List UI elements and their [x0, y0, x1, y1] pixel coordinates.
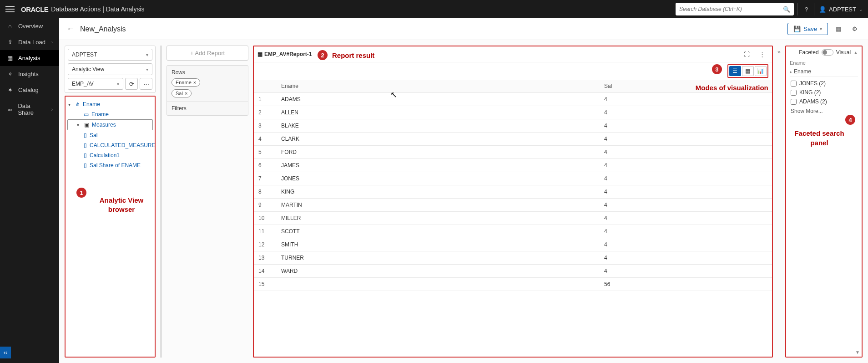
save-icon: 💾: [793, 26, 801, 32]
tree-calc-measure[interactable]: ▯CALCULATED_MEASURE1: [67, 140, 153, 150]
table-row[interactable]: 13TURNER4: [254, 251, 772, 265]
more-button[interactable]: ⋯: [140, 78, 152, 90]
user-icon: 👤: [819, 6, 826, 13]
collapse-up-icon[interactable]: ▲: [853, 50, 858, 55]
measure-icon: ▯: [84, 152, 87, 158]
col-ename[interactable]: Ename: [277, 80, 600, 93]
remove-chip-icon[interactable]: ×: [185, 91, 187, 96]
measure-icon: ▯: [84, 132, 87, 138]
nav-catalog[interactable]: ✶Catalog: [0, 82, 59, 98]
tree-ename-group[interactable]: ▾⋔Ename: [67, 99, 153, 109]
cell-rownum: 10: [254, 212, 277, 225]
cell-rownum: 7: [254, 172, 277, 185]
av-tree: ▾⋔Ename ▭Ename ▾▣Measures ▯Sal ▯CALCULAT…: [65, 96, 156, 358]
table-row[interactable]: 7JONES4: [254, 172, 772, 185]
tree-ename-attr[interactable]: ▭Ename: [67, 109, 153, 119]
nav-label: Overview: [18, 23, 43, 30]
mode-chart[interactable]: 📊: [755, 66, 767, 76]
table-row[interactable]: 12SMITH4: [254, 238, 772, 251]
facet-item[interactable]: JONES (2): [790, 79, 858, 88]
scroll-down-icon[interactable]: ▼: [855, 350, 860, 355]
nav-analysis[interactable]: ▦Analysis: [0, 50, 59, 66]
schema-dropdown[interactable]: ADPTEST▾: [68, 49, 152, 61]
avname-dropdown[interactable]: EMP_AV▾: [68, 78, 123, 90]
tree-sal[interactable]: ▯Sal: [67, 130, 153, 140]
table-row[interactable]: 6JAMES4: [254, 159, 772, 172]
schema-value: ADPTEST: [72, 51, 97, 58]
view-modes: ☰ ▦ 📊: [727, 64, 768, 78]
facet-checkbox[interactable]: [791, 90, 797, 96]
cell-rownum: 4: [254, 133, 277, 146]
chip-sal[interactable]: Sal×: [172, 89, 192, 97]
facet-checkbox[interactable]: [791, 81, 797, 87]
rows-shelf[interactable]: Rows Ename× Sal×: [167, 66, 248, 102]
chip-ename[interactable]: Ename×: [172, 78, 200, 87]
chip-label: Sal: [176, 91, 183, 96]
collapse-sidebar-button[interactable]: ‹‹: [0, 347, 11, 358]
topbar: ← New_Analysis 💾 Save ▾ ▦ ⚙: [59, 18, 868, 40]
table-row[interactable]: 8KING4: [254, 185, 772, 199]
cell-sal: 4: [600, 133, 772, 146]
table-row[interactable]: 3BLAKE4: [254, 119, 772, 133]
table-row[interactable]: 11SCOTT4: [254, 225, 772, 238]
nav-label: Data Share: [18, 102, 46, 116]
search-box[interactable]: 🔍: [676, 3, 794, 15]
save-button[interactable]: 💾 Save ▾: [787, 23, 828, 35]
nav-label: Catalog: [18, 87, 39, 93]
nav-overview[interactable]: ⌂Overview: [0, 18, 59, 34]
table-row[interactable]: 9MARTIN4: [254, 199, 772, 212]
cell-ename: ADAMS: [277, 93, 600, 106]
settings-icon[interactable]: ⚙: [849, 23, 861, 35]
chevron-down-icon: ▾: [820, 26, 822, 31]
facet-toggle[interactable]: [822, 49, 833, 56]
search-icon[interactable]: 🔍: [783, 6, 790, 13]
cell-ename: BLAKE: [277, 119, 600, 133]
cell-rownum: 3: [254, 119, 277, 133]
cell-sal: 4: [600, 185, 772, 199]
viewtype-dropdown[interactable]: Analytic View▾: [68, 63, 152, 75]
cell-ename: JAMES: [277, 159, 600, 172]
splitter[interactable]: [160, 46, 162, 358]
table-row[interactable]: 4CLARK4: [254, 133, 772, 146]
nav-insights[interactable]: ✧Insights: [0, 66, 59, 82]
filters-shelf[interactable]: Filters: [167, 102, 248, 115]
mode-pivot[interactable]: ▦: [742, 66, 754, 76]
back-button[interactable]: ←: [66, 24, 75, 34]
table-row[interactable]: 14WARD4: [254, 265, 772, 278]
cell-sal: 4: [600, 159, 772, 172]
nav-dataload[interactable]: ⇪Data Load›: [0, 34, 59, 50]
cell-sal: 56: [600, 278, 772, 291]
show-more-link[interactable]: Show More...: [790, 106, 858, 116]
expand-icon[interactable]: ⛶: [741, 48, 753, 60]
user-menu[interactable]: 👤 ADPTEST ⌄: [814, 3, 863, 15]
expand-facet-icon[interactable]: »: [777, 48, 781, 55]
facet-checkbox[interactable]: [791, 99, 797, 105]
table-row[interactable]: 10MILLER4: [254, 212, 772, 225]
search-input[interactable]: [679, 6, 783, 12]
cell-rownum: 1: [254, 93, 277, 106]
layout-icon[interactable]: ▦: [833, 23, 844, 35]
mode-table[interactable]: ☰: [729, 66, 741, 76]
tree-measures-group[interactable]: ▾▣Measures: [67, 119, 153, 130]
tree-salshare[interactable]: ▯Sal Share of ENAME: [67, 160, 153, 170]
facet-group-header[interactable]: ▸Ename: [790, 66, 858, 77]
report-table[interactable]: Ename Sal 1ADAMS42ALLEN43BLAKE44CLARK45F…: [254, 80, 772, 357]
report-menu-icon[interactable]: ⋮: [757, 48, 768, 60]
measure-icon: ▯: [84, 142, 87, 148]
col-sal[interactable]: Sal: [600, 80, 772, 93]
table-row[interactable]: 2ALLEN4: [254, 106, 772, 119]
tree-calc1[interactable]: ▯Calculation1: [67, 150, 153, 160]
help-icon[interactable]: ?: [797, 3, 810, 15]
table-row[interactable]: 1ADAMS4: [254, 93, 772, 106]
table-row[interactable]: 1556: [254, 278, 772, 291]
remove-chip-icon[interactable]: ×: [193, 80, 196, 85]
add-report-button[interactable]: + Add Report: [167, 46, 248, 61]
refresh-button[interactable]: ⟳: [125, 78, 138, 90]
facet-item[interactable]: KING (2): [790, 88, 858, 97]
table-row[interactable]: 5FORD4: [254, 146, 772, 159]
annotation-4: Faceted search panel: [786, 128, 853, 148]
cell-sal: 4: [600, 265, 772, 278]
menu-icon[interactable]: [5, 4, 15, 14]
nav-datashare[interactable]: ∞Data Share›: [0, 98, 59, 121]
facet-item[interactable]: ADAMS (2): [790, 97, 858, 106]
